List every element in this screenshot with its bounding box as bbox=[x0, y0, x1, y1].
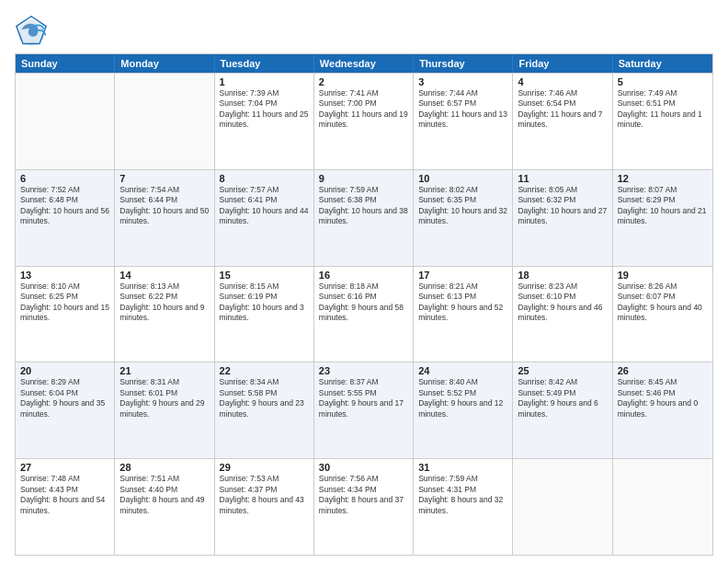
header-cell-tuesday: Tuesday bbox=[215, 54, 314, 73]
cell-info: Sunrise: 8:21 AM Sunset: 6:13 PM Dayligh… bbox=[418, 282, 507, 324]
day-number: 12 bbox=[618, 173, 708, 184]
day-cell-16: 16Sunrise: 8:18 AM Sunset: 6:16 PM Dayli… bbox=[314, 267, 414, 362]
day-cell-28: 28Sunrise: 7:51 AM Sunset: 4:40 PM Dayli… bbox=[115, 459, 214, 555]
calendar-row-0: 1Sunrise: 7:39 AM Sunset: 7:04 PM Daylig… bbox=[16, 73, 712, 169]
day-cell-25: 25Sunrise: 8:42 AM Sunset: 5:49 PM Dayli… bbox=[513, 362, 612, 458]
day-cell-23: 23Sunrise: 8:37 AM Sunset: 5:55 PM Dayli… bbox=[314, 362, 414, 458]
day-cell-4: 4Sunrise: 7:46 AM Sunset: 6:54 PM Daylig… bbox=[513, 74, 612, 169]
page: SundayMondayTuesdayWednesdayThursdayFrid… bbox=[0, 0, 728, 563]
cell-info: Sunrise: 7:48 AM Sunset: 4:43 PM Dayligh… bbox=[20, 474, 109, 516]
cell-info: Sunrise: 7:44 AM Sunset: 6:57 PM Dayligh… bbox=[418, 88, 507, 131]
cell-info: Sunrise: 8:29 AM Sunset: 6:04 PM Dayligh… bbox=[20, 377, 109, 419]
cell-info: Sunrise: 8:31 AM Sunset: 6:01 PM Dayligh… bbox=[119, 377, 209, 419]
day-cell-18: 18Sunrise: 8:23 AM Sunset: 6:10 PM Dayli… bbox=[513, 267, 612, 362]
day-number: 8 bbox=[220, 173, 309, 184]
cell-info: Sunrise: 8:05 AM Sunset: 6:32 PM Dayligh… bbox=[518, 185, 607, 227]
day-cell-21: 21Sunrise: 8:31 AM Sunset: 6:01 PM Dayli… bbox=[115, 362, 214, 458]
day-number: 3 bbox=[418, 76, 507, 87]
empty-cell bbox=[115, 74, 214, 169]
logo-icon bbox=[15, 15, 48, 48]
calendar-header: SundayMondayTuesdayWednesdayThursdayFrid… bbox=[16, 54, 712, 73]
header-cell-friday: Friday bbox=[513, 54, 612, 73]
day-cell-29: 29Sunrise: 7:53 AM Sunset: 4:37 PM Dayli… bbox=[215, 459, 314, 555]
day-number: 22 bbox=[220, 365, 309, 376]
cell-info: Sunrise: 8:18 AM Sunset: 6:16 PM Dayligh… bbox=[319, 282, 408, 324]
day-number: 1 bbox=[220, 76, 309, 87]
cell-info: Sunrise: 7:59 AM Sunset: 4:31 PM Dayligh… bbox=[418, 474, 507, 516]
day-cell-2: 2Sunrise: 7:41 AM Sunset: 7:00 PM Daylig… bbox=[314, 74, 414, 169]
cell-info: Sunrise: 8:34 AM Sunset: 5:58 PM Dayligh… bbox=[220, 377, 309, 419]
day-cell-19: 19Sunrise: 8:26 AM Sunset: 6:07 PM Dayli… bbox=[613, 267, 712, 362]
cell-info: Sunrise: 8:40 AM Sunset: 5:52 PM Dayligh… bbox=[418, 377, 507, 419]
day-number: 28 bbox=[119, 462, 209, 473]
day-cell-22: 22Sunrise: 8:34 AM Sunset: 5:58 PM Dayli… bbox=[215, 362, 314, 458]
day-number: 2 bbox=[319, 76, 408, 87]
day-cell-17: 17Sunrise: 8:21 AM Sunset: 6:13 PM Dayli… bbox=[414, 267, 513, 362]
day-cell-20: 20Sunrise: 8:29 AM Sunset: 6:04 PM Dayli… bbox=[16, 362, 115, 458]
cell-info: Sunrise: 8:45 AM Sunset: 5:46 PM Dayligh… bbox=[618, 377, 708, 419]
day-cell-10: 10Sunrise: 8:02 AM Sunset: 6:35 PM Dayli… bbox=[414, 170, 513, 266]
cell-info: Sunrise: 7:51 AM Sunset: 4:40 PM Dayligh… bbox=[119, 474, 209, 516]
day-number: 5 bbox=[618, 76, 708, 87]
header-cell-wednesday: Wednesday bbox=[314, 54, 414, 73]
header-cell-thursday: Thursday bbox=[414, 54, 513, 73]
cell-info: Sunrise: 7:57 AM Sunset: 6:41 PM Dayligh… bbox=[220, 185, 309, 227]
cell-info: Sunrise: 7:52 AM Sunset: 6:48 PM Dayligh… bbox=[20, 185, 109, 227]
day-number: 17 bbox=[418, 270, 507, 281]
cell-info: Sunrise: 7:39 AM Sunset: 7:04 PM Dayligh… bbox=[220, 88, 309, 131]
cell-info: Sunrise: 8:37 AM Sunset: 5:55 PM Dayligh… bbox=[319, 377, 408, 419]
day-cell-7: 7Sunrise: 7:54 AM Sunset: 6:44 PM Daylig… bbox=[115, 170, 214, 266]
day-number: 11 bbox=[518, 173, 607, 184]
day-cell-11: 11Sunrise: 8:05 AM Sunset: 6:32 PM Dayli… bbox=[513, 170, 612, 266]
day-number: 15 bbox=[220, 270, 309, 281]
cell-info: Sunrise: 8:10 AM Sunset: 6:25 PM Dayligh… bbox=[20, 282, 109, 324]
day-number: 30 bbox=[319, 462, 408, 473]
day-cell-26: 26Sunrise: 8:45 AM Sunset: 5:46 PM Dayli… bbox=[613, 362, 712, 458]
empty-cell bbox=[513, 459, 612, 555]
calendar-row-1: 6Sunrise: 7:52 AM Sunset: 6:48 PM Daylig… bbox=[16, 169, 712, 266]
day-number: 4 bbox=[518, 76, 607, 87]
header-cell-monday: Monday bbox=[115, 54, 214, 73]
calendar: SundayMondayTuesdayWednesdayThursdayFrid… bbox=[15, 53, 713, 556]
day-cell-6: 6Sunrise: 7:52 AM Sunset: 6:48 PM Daylig… bbox=[16, 170, 115, 266]
day-cell-5: 5Sunrise: 7:49 AM Sunset: 6:51 PM Daylig… bbox=[613, 74, 712, 169]
day-cell-9: 9Sunrise: 7:59 AM Sunset: 6:38 PM Daylig… bbox=[314, 170, 414, 266]
day-number: 21 bbox=[119, 365, 209, 376]
day-number: 25 bbox=[518, 365, 607, 376]
day-cell-31: 31Sunrise: 7:59 AM Sunset: 4:31 PM Dayli… bbox=[414, 459, 513, 555]
day-number: 18 bbox=[518, 270, 607, 281]
day-number: 14 bbox=[119, 270, 209, 281]
logo bbox=[15, 15, 51, 48]
day-number: 6 bbox=[20, 173, 109, 184]
day-number: 27 bbox=[20, 462, 109, 473]
cell-info: Sunrise: 8:02 AM Sunset: 6:35 PM Dayligh… bbox=[418, 185, 507, 227]
cell-info: Sunrise: 8:07 AM Sunset: 6:29 PM Dayligh… bbox=[618, 185, 708, 227]
day-number: 31 bbox=[418, 462, 507, 473]
empty-cell bbox=[613, 459, 712, 555]
day-number: 20 bbox=[20, 365, 109, 376]
day-number: 29 bbox=[220, 462, 309, 473]
day-cell-12: 12Sunrise: 8:07 AM Sunset: 6:29 PM Dayli… bbox=[613, 170, 712, 266]
day-number: 13 bbox=[20, 270, 109, 281]
day-cell-1: 1Sunrise: 7:39 AM Sunset: 7:04 PM Daylig… bbox=[215, 74, 314, 169]
day-number: 23 bbox=[319, 365, 408, 376]
day-number: 19 bbox=[618, 270, 708, 281]
day-number: 26 bbox=[618, 365, 708, 376]
cell-info: Sunrise: 8:23 AM Sunset: 6:10 PM Dayligh… bbox=[518, 282, 607, 324]
day-cell-8: 8Sunrise: 7:57 AM Sunset: 6:41 PM Daylig… bbox=[215, 170, 314, 266]
cell-info: Sunrise: 7:41 AM Sunset: 7:00 PM Dayligh… bbox=[319, 88, 408, 131]
day-cell-3: 3Sunrise: 7:44 AM Sunset: 6:57 PM Daylig… bbox=[414, 74, 513, 169]
cell-info: Sunrise: 7:59 AM Sunset: 6:38 PM Dayligh… bbox=[319, 185, 408, 227]
day-number: 16 bbox=[319, 270, 408, 281]
cell-info: Sunrise: 7:46 AM Sunset: 6:54 PM Dayligh… bbox=[518, 88, 607, 131]
cell-info: Sunrise: 7:49 AM Sunset: 6:51 PM Dayligh… bbox=[618, 88, 708, 131]
day-cell-27: 27Sunrise: 7:48 AM Sunset: 4:43 PM Dayli… bbox=[16, 459, 115, 555]
day-cell-15: 15Sunrise: 8:15 AM Sunset: 6:19 PM Dayli… bbox=[215, 267, 314, 362]
calendar-row-3: 20Sunrise: 8:29 AM Sunset: 6:04 PM Dayli… bbox=[16, 362, 712, 458]
header bbox=[15, 11, 713, 48]
cell-info: Sunrise: 7:54 AM Sunset: 6:44 PM Dayligh… bbox=[119, 185, 209, 227]
cell-info: Sunrise: 8:42 AM Sunset: 5:49 PM Dayligh… bbox=[518, 377, 607, 419]
cell-info: Sunrise: 8:13 AM Sunset: 6:22 PM Dayligh… bbox=[119, 282, 209, 324]
day-number: 7 bbox=[119, 173, 209, 184]
cell-info: Sunrise: 8:15 AM Sunset: 6:19 PM Dayligh… bbox=[220, 282, 309, 324]
